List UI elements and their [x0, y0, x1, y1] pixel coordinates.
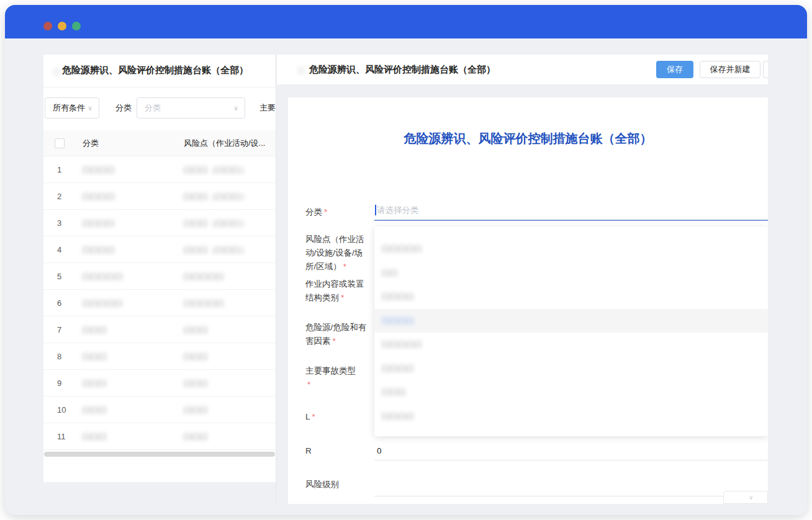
- cell-risk-point: 口口口（口口口）: [184, 183, 248, 210]
- dropdown-option[interactable]: 口口: [374, 261, 768, 285]
- filter-next-label: 主要事: [259, 97, 276, 119]
- cell-category: 口口口口: [83, 156, 115, 183]
- form-title: 危险源辨识、风险评价控制措施台账（全部）: [288, 130, 768, 147]
- cell-risk-point: 口口口口口: [184, 290, 224, 316]
- close-window-icon[interactable]: [43, 22, 52, 30]
- chevron-down-icon: ∨: [233, 98, 238, 118]
- dropdown-option-label: 口口口口: [382, 292, 414, 301]
- cell-risk-point: 口口口: [184, 423, 208, 450]
- row-index: 4: [57, 236, 61, 263]
- row-index: 10: [57, 397, 66, 423]
- all-conditions-label: 所有条件: [53, 103, 85, 112]
- filter-category-label: 分类: [115, 97, 132, 119]
- required-asterisk: *: [312, 412, 315, 421]
- cell-risk-point: 口口口口口: [184, 263, 224, 290]
- row-index: 6: [57, 290, 61, 316]
- table-row[interactable]: 10口口口口口口: [43, 397, 276, 423]
- row-index: 5: [57, 263, 61, 290]
- chevron-down-icon: ∨: [88, 98, 92, 118]
- dropdown-option-label: 口口口口: [382, 316, 414, 325]
- detail-header-icon: 口: [298, 66, 305, 76]
- dropdown-option[interactable]: 口口口口: [374, 405, 768, 429]
- field-label-accident-type: 主要事故类型 *: [305, 364, 374, 392]
- table-row[interactable]: 3口口口口口口口（口口口）: [43, 210, 276, 236]
- row-index: 11: [57, 423, 66, 450]
- r-field-underline: [374, 460, 768, 460]
- dropdown-option[interactable]: 口口口口: [374, 285, 768, 309]
- field-label-r: R: [305, 444, 374, 458]
- dropdown-option-label: 口口口口口: [382, 339, 422, 349]
- cell-category: 口口口口: [83, 210, 115, 236]
- all-conditions-dropdown[interactable]: 所有条件 ∨: [45, 97, 99, 119]
- chevron-down-icon: ∨: [749, 494, 753, 501]
- minimize-window-icon[interactable]: [58, 22, 66, 30]
- field-label-risk-point: 风险点（作业活 动/设施/设备/场 所/区域）*: [305, 233, 374, 274]
- cell-risk-point: 口口口: [184, 397, 208, 423]
- detail-header-title: 危险源辨识、风险评价控制措施台账（全部）: [309, 55, 495, 84]
- table-row[interactable]: 8口口口口口口: [43, 343, 276, 370]
- category-dropdown: 口口口口口口口口口口口口口口口口口口口口口口口口口口口口口口口: [374, 226, 768, 436]
- dropdown-option[interactable]: 口口口口: [374, 357, 768, 381]
- list-panel-title: 危险源辨识、风险评价控制措施台账（全部）: [62, 65, 248, 76]
- category-input[interactable]: 请选择分类: [374, 203, 768, 220]
- cell-risk-point: 口口口（口口口）: [184, 210, 248, 236]
- cell-risk-point: 口口口: [184, 370, 208, 397]
- cell-category: 口口口: [83, 343, 107, 370]
- row-index: 3: [57, 210, 61, 236]
- clipped-button[interactable]: [763, 61, 768, 78]
- app-window: 口 危险源辨识、风险评价控制措施台账（全部） 所有条件 ∨ 分类 分类 ∨ 主要…: [5, 5, 807, 515]
- cell-category: 口口口口: [83, 236, 115, 263]
- cell-category: 口口口: [83, 423, 107, 450]
- cell-risk-point: 口口口（口口口）: [184, 236, 248, 263]
- dropdown-option[interactable]: 口口口口口: [374, 333, 768, 357]
- filter-category-select[interactable]: 分类 ∨: [137, 97, 245, 119]
- row-index: 1: [57, 156, 61, 183]
- table-header: 分类 风险点（作业活动/设...: [43, 130, 276, 156]
- table-row[interactable]: 1口口口口口口口（口口口）: [43, 156, 276, 183]
- select-all-checkbox[interactable]: [55, 138, 65, 148]
- required-asterisk: *: [343, 262, 346, 271]
- table-row[interactable]: 11口口口口口口: [43, 423, 276, 450]
- dropdown-option[interactable]: 口口口: [374, 380, 768, 405]
- save-button[interactable]: 保存: [656, 61, 693, 78]
- table-row[interactable]: 4口口口口口口口（口口口）: [43, 236, 276, 263]
- row-index: 9: [57, 370, 61, 397]
- required-asterisk: *: [333, 336, 336, 346]
- cell-category: 口口口: [83, 370, 107, 397]
- dropdown-option-label: 口口口口: [382, 364, 414, 373]
- table-row[interactable]: 6口口口口口口口口口口: [43, 290, 276, 316]
- cell-risk-point: 口口口（口口口）: [184, 156, 248, 183]
- save-and-new-button[interactable]: 保存并新建: [700, 61, 760, 78]
- text-caret: [375, 205, 376, 215]
- category-input-placeholder: 请选择分类: [377, 203, 419, 218]
- field-label-l: L*: [305, 410, 374, 424]
- collapse-control[interactable]: ∨: [723, 491, 768, 504]
- maximize-window-icon[interactable]: [72, 22, 81, 30]
- table-row[interactable]: 7口口口口口口: [43, 316, 276, 343]
- field-label-risk-level: 风险级别: [305, 478, 374, 491]
- dropdown-option-label: 口口口口口: [382, 244, 422, 253]
- cell-category: 口口口口口: [83, 263, 123, 290]
- table-row[interactable]: 2口口口口口口口（口口口）: [43, 183, 276, 210]
- risk-level-underline: [374, 496, 768, 496]
- dropdown-option-label: 口口口: [382, 387, 406, 397]
- window-titlebar: [5, 5, 807, 38]
- table-row[interactable]: 9口口口口口口: [43, 370, 276, 397]
- cell-risk-point: 口口口: [184, 343, 208, 370]
- cell-category: 口口口口: [83, 183, 115, 210]
- dropdown-option-label: 口口口口: [382, 411, 414, 421]
- horizontal-scrollbar[interactable]: [44, 452, 275, 457]
- cell-category: 口口口: [83, 316, 107, 343]
- dropdown-option[interactable]: 口口口口口: [374, 237, 768, 261]
- required-asterisk: *: [307, 380, 310, 389]
- column-header-category: 分类: [83, 130, 99, 156]
- field-label-work-content: 作业内容或装置 结构类别*: [305, 277, 374, 305]
- detail-header: 口 危险源辨识、风险评价控制措施台账（全部） 保存 保存并新建: [277, 55, 768, 84]
- r-field-value: 0: [377, 444, 382, 458]
- row-index: 2: [57, 183, 61, 210]
- form-panel: 危险源辨识、风险评价控制措施台账（全部） 分类* 风险点（作业活 动/设施/设备…: [288, 97, 768, 504]
- field-label-category: 分类*: [305, 205, 374, 219]
- cell-risk-point: 口口口: [184, 316, 208, 343]
- dropdown-option[interactable]: 口口口口: [374, 309, 768, 333]
- table-row[interactable]: 5口口口口口口口口口口: [43, 263, 276, 290]
